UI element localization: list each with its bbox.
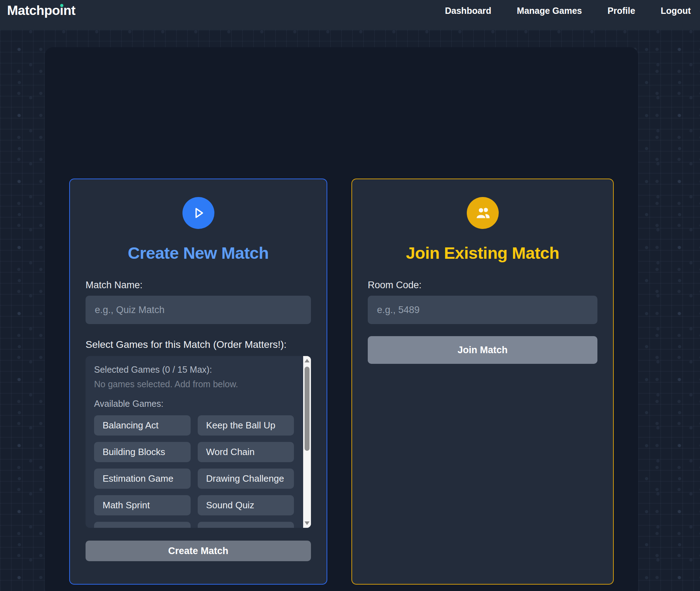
people-glyph	[473, 203, 492, 223]
game-option-button[interactable]: Sound Quiz	[198, 495, 294, 515]
game-option-button[interactable]: Word Chain	[198, 442, 294, 462]
scrollbar-down-arrow[interactable]	[303, 519, 311, 528]
match-name-input[interactable]	[86, 296, 311, 324]
games-selection-panel: Selected Games (0 / 15 Max): No games se…	[86, 356, 311, 528]
join-card-title: Join Existing Match	[368, 243, 597, 263]
room-code-input[interactable]	[368, 296, 597, 324]
join-match-button[interactable]: Join Match	[368, 336, 597, 364]
game-option-button[interactable]: Estimation Game	[94, 469, 191, 489]
join-match-card: Join Existing Match Room Code: Join Matc…	[351, 179, 614, 585]
game-option-button[interactable]: Balance Challenge	[94, 522, 191, 528]
game-option-button[interactable]: Balancing Act	[94, 415, 191, 436]
brand-text-post: nt	[63, 3, 75, 18]
selected-games-header: Selected Games (0 / 15 Max):	[94, 365, 294, 375]
scrollbar-up-arrow[interactable]	[303, 356, 311, 365]
create-match-card: Create New Match Match Name: Select Game…	[69, 179, 327, 585]
down-triangle-icon	[305, 521, 310, 525]
people-icon	[467, 197, 499, 229]
brand-i-teal-dot: ı	[60, 3, 64, 18]
create-card-title: Create New Match	[86, 243, 311, 263]
available-games-label: Available Games:	[94, 399, 294, 409]
nav-logout[interactable]: Logout	[661, 6, 691, 16]
game-option-button[interactable]: Drawing Challenge	[198, 469, 294, 489]
game-option-button[interactable]: Speed Stacking	[198, 522, 294, 528]
up-triangle-icon	[305, 359, 310, 362]
game-option-button[interactable]: Math Sprint	[94, 495, 191, 515]
scrollbar-thumb[interactable]	[305, 367, 310, 451]
games-scrollbar[interactable]	[303, 356, 311, 528]
no-games-selected-message: No games selected. Add from below.	[94, 379, 294, 389]
top-nav: Matchpoınt Dashboard Manage Games Profil…	[0, 0, 700, 30]
select-games-label: Select Games for this Match (Order Matte…	[86, 339, 311, 350]
cards-row: Create New Match Match Name: Select Game…	[45, 47, 638, 585]
brand-text-pre: Matchpo	[7, 3, 60, 18]
game-option-button[interactable]: Building Blocks	[94, 442, 191, 462]
play-icon	[182, 197, 214, 229]
room-code-label: Room Code:	[368, 280, 597, 291]
main-panel: Create New Match Match Name: Select Game…	[45, 47, 638, 591]
brand-logo[interactable]: Matchpoınt	[7, 3, 75, 30]
game-option-button[interactable]: Keep the Ball Up	[198, 415, 294, 436]
nav-profile[interactable]: Profile	[608, 6, 635, 16]
match-name-label: Match Name:	[86, 280, 311, 291]
nav-dashboard[interactable]: Dashboard	[445, 6, 492, 16]
create-match-button[interactable]: Create Match	[86, 541, 311, 561]
play-triangle-glyph	[189, 204, 208, 222]
nav-links: Dashboard Manage Games Profile Logout	[445, 3, 691, 18]
available-games-grid: Balancing ActKeep the Ball UpBuilding Bl…	[94, 415, 294, 528]
nav-manage-games[interactable]: Manage Games	[517, 6, 582, 16]
